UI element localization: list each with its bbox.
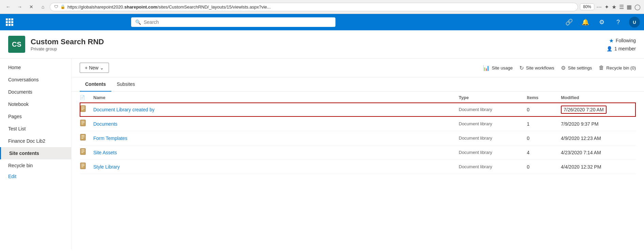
- svg-rect-15: [81, 152, 83, 153]
- svg-rect-2: [81, 108, 84, 109]
- sidebar: Home Conversations Documents Notebook Pa…: [0, 59, 72, 249]
- row-type-0: Document library: [459, 107, 527, 112]
- forward-button[interactable]: →: [15, 2, 25, 12]
- sidebar-item-documents[interactable]: Documents: [0, 86, 71, 98]
- document-library-icon: [80, 162, 87, 170]
- document-library-icon: [80, 105, 87, 113]
- row-icon-3: [80, 148, 93, 157]
- col-header-name: Name: [93, 95, 459, 100]
- notification-icon[interactable]: 🔔: [580, 17, 591, 28]
- row-items-2: 0: [527, 136, 561, 141]
- home-button[interactable]: ⌂: [38, 2, 48, 12]
- following-button[interactable]: ★ Following: [609, 37, 636, 44]
- site-subtitle: Private group: [31, 46, 104, 51]
- row-modified-4: 4/4/2020 12:32 PM: [561, 164, 636, 170]
- site-usage-button[interactable]: 📊 Site usage: [483, 65, 513, 71]
- row-modified-3: 4/23/2020 7:14 AM: [561, 150, 636, 155]
- recycle-bin-icon: 🗑: [599, 65, 604, 71]
- document-library-icon: [80, 134, 87, 141]
- tab-subsites[interactable]: Subsites: [111, 77, 141, 92]
- document-library-icon: [80, 148, 87, 156]
- sidebar-item-finance-doc-lib2[interactable]: Finance Doc Lib2: [0, 135, 71, 147]
- ms-topbar: 🔍 🔗 🔔 ⚙ ? U: [0, 14, 644, 30]
- table-row[interactable]: Documents Document library 1 7/9/2020 9:…: [80, 117, 636, 131]
- site-workflows-button[interactable]: ↻ Site workflows: [519, 65, 554, 71]
- row-items-0: 0: [527, 107, 561, 112]
- back-button[interactable]: ←: [3, 2, 13, 12]
- content-table: 📄 Name Type Items Modified: [72, 92, 644, 174]
- sidebar-item-notebook[interactable]: Notebook: [0, 98, 71, 110]
- row-modified-0: 7/26/2020 7:20 AM: [561, 106, 636, 114]
- settings-icon[interactable]: ⚙: [596, 17, 607, 28]
- svg-rect-1: [81, 107, 84, 107]
- reload-button[interactable]: ✕: [27, 2, 36, 12]
- search-icon: 🔍: [135, 19, 141, 25]
- row-link-1[interactable]: Documents: [93, 121, 117, 127]
- recycle-bin-label: Recycle bin (0): [606, 65, 636, 70]
- row-type-3: Document library: [459, 150, 527, 155]
- zoom-level[interactable]: 80%: [580, 3, 594, 10]
- chart-icon: 📊: [483, 65, 490, 71]
- row-items-3: 4: [527, 150, 561, 155]
- site-header: CS Custom Search RND Private group ★ Fol…: [0, 30, 644, 59]
- table-row[interactable]: Form Templates Document library 0 4/9/20…: [80, 131, 636, 145]
- browser-chrome: ← → ✕ ⌂ 🛡 🔒 https://globalsharepoint2020…: [0, 0, 644, 14]
- row-modified-2: 4/9/2020 12:23 AM: [561, 136, 636, 141]
- shield-icon: 🛡: [54, 4, 58, 9]
- row-name-1: Documents: [93, 121, 459, 127]
- members-button[interactable]: 👤 1 member: [607, 46, 636, 51]
- main-content: + New ⌄ 📊 Site usage ↻ Site workflows ⚙ …: [72, 59, 644, 249]
- row-link-0[interactable]: Document Library created by: [93, 107, 155, 112]
- more-tools-icon[interactable]: ⋯: [596, 4, 602, 10]
- svg-rect-7: [81, 124, 83, 124]
- document-library-icon: [80, 120, 87, 127]
- site-title: Custom Search RND Private group: [31, 37, 104, 51]
- help-icon[interactable]: ?: [613, 17, 624, 28]
- row-link-2[interactable]: Form Templates: [93, 136, 127, 141]
- site-settings-button[interactable]: ⚙ Site settings: [561, 65, 592, 71]
- gear-icon: ⚙: [561, 65, 566, 71]
- sidebar-item-conversations[interactable]: Conversations: [0, 74, 71, 86]
- chevron-down-icon: ⌄: [100, 65, 104, 70]
- table-row[interactable]: Style Library Document library 0 4/4/202…: [80, 160, 636, 174]
- table-row[interactable]: Document Library created by Document lib…: [80, 103, 636, 117]
- table-header: 📄 Name Type Items Modified: [80, 92, 636, 103]
- new-button[interactable]: + New ⌄: [80, 63, 109, 73]
- account-icon[interactable]: ◯: [634, 4, 641, 10]
- row-name-4: Style Library: [93, 164, 459, 170]
- table-row[interactable]: Site Assets Document library 4 4/23/2020…: [80, 145, 636, 160]
- lock-icon: 🔒: [60, 4, 65, 9]
- library-icon[interactable]: ☰: [619, 4, 624, 10]
- sidebar-item-site-contents[interactable]: Site contents: [0, 147, 71, 159]
- col-header-icon: 📄: [80, 95, 93, 100]
- col-header-type: Type: [459, 95, 527, 100]
- share-icon[interactable]: 🔗: [564, 17, 575, 28]
- app-body: Home Conversations Documents Notebook Pa…: [0, 59, 644, 249]
- address-bar[interactable]: 🛡 🔒 https://globalsharepoint2020.sharepo…: [50, 3, 578, 11]
- content-tabs: Contents Subsites: [72, 77, 644, 92]
- svg-rect-6: [81, 122, 84, 123]
- sidebar-item-home[interactable]: Home: [0, 61, 71, 74]
- sidebar-item-test-list[interactable]: Test List: [0, 123, 71, 135]
- waffle-menu[interactable]: [4, 17, 15, 28]
- tab-contents[interactable]: Contents: [80, 77, 111, 92]
- svg-rect-17: [81, 164, 84, 164]
- following-label: Following: [616, 38, 636, 43]
- bookmark-icon[interactable]: ★: [612, 4, 616, 10]
- waffle-grid-icon: [6, 18, 13, 26]
- row-link-4[interactable]: Style Library: [93, 164, 120, 170]
- sidebar-toggle-icon[interactable]: ▦: [627, 4, 632, 10]
- sidebar-item-pages[interactable]: Pages: [0, 110, 71, 123]
- avatar[interactable]: U: [629, 17, 640, 28]
- ms-search-bar[interactable]: 🔍: [131, 17, 335, 27]
- pocket-icon[interactable]: ✦: [604, 4, 609, 10]
- workflow-icon: ↻: [519, 65, 524, 71]
- svg-rect-14: [81, 151, 84, 152]
- row-link-3[interactable]: Site Assets: [93, 150, 117, 155]
- sidebar-item-recycle-bin[interactable]: Recycle bin: [0, 159, 71, 172]
- sidebar-edit-link[interactable]: Edit: [0, 172, 71, 183]
- person-icon: 👤: [607, 46, 612, 51]
- col-header-items: Items: [527, 95, 561, 100]
- recycle-bin-button[interactable]: 🗑 Recycle bin (0): [599, 65, 636, 71]
- search-input[interactable]: [144, 19, 331, 25]
